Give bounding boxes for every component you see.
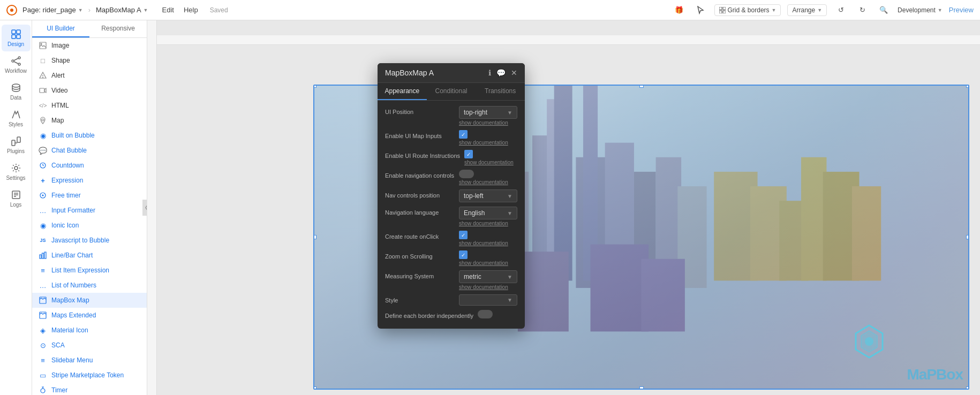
nav-lang-dropdown[interactable]: English ▼ xyxy=(459,207,517,219)
svg-point-11 xyxy=(18,57,20,59)
material-icon-icon: ◈ xyxy=(39,326,47,335)
enable-route-show-doc[interactable]: show documentation xyxy=(464,159,517,165)
style-caret-icon: ▼ xyxy=(507,297,512,303)
sidebar-item-design[interactable]: Design xyxy=(2,25,31,51)
list-item[interactable]: ≡ Slidebar Menu xyxy=(32,353,147,368)
undo-button[interactable]: ↺ xyxy=(833,3,848,18)
selection-handle-ml[interactable] xyxy=(313,235,316,239)
list-item[interactable]: Maps Extended xyxy=(32,308,147,323)
canvas-area[interactable]: MaPBox MapBoxMap A ℹ 💬 ✕ Ap xyxy=(147,20,980,395)
ui-position-control: top-right ▼ show documentation xyxy=(459,106,517,126)
list-item[interactable]: 💬 Chat Bubble xyxy=(32,143,147,158)
zoom-scroll-show-doc[interactable]: show documentation xyxy=(459,260,517,266)
list-item[interactable]: Line/Bar Chart xyxy=(32,248,147,263)
pointer-tool-button[interactable] xyxy=(693,3,708,18)
selection-handle-bm[interactable] xyxy=(639,386,644,390)
ui-position-dropdown[interactable]: top-right ▼ xyxy=(459,106,517,119)
enable-ui-map-inputs-show-doc[interactable]: show documentation xyxy=(459,140,517,146)
svg-rect-9 xyxy=(17,35,20,39)
sidebar-item-plugins[interactable]: Plugins xyxy=(2,132,31,158)
sidebar-item-settings[interactable]: Settings xyxy=(2,158,31,185)
redo-button[interactable]: ↻ xyxy=(855,3,870,18)
list-item[interactable]: JS Javascript to Bubble xyxy=(32,233,147,248)
create-route-show-doc[interactable]: show documentation xyxy=(459,240,517,246)
input-formatter-icon: … xyxy=(39,206,47,215)
nav-controls-show-doc[interactable]: show documentation xyxy=(459,179,517,185)
list-item[interactable]: … Input Formatter xyxy=(32,203,147,218)
nav-lang-show-doc[interactable]: show documentation xyxy=(459,221,517,226)
measuring-dropdown[interactable]: metric ▼ xyxy=(459,270,517,283)
svg-rect-35 xyxy=(40,297,46,303)
list-item[interactable]: ▭ Stripe Marketplace Token xyxy=(32,368,147,383)
nav-controls-toggle[interactable] xyxy=(459,170,474,178)
list-item[interactable]: Timer xyxy=(32,383,147,395)
gift-icon-button[interactable]: 🎁 xyxy=(672,3,687,18)
selection-handle-mr[interactable] xyxy=(966,235,969,239)
comment-icon[interactable]: 💬 xyxy=(496,69,506,77)
selection-handle-tl[interactable] xyxy=(313,85,316,88)
selection-handle-bl[interactable] xyxy=(313,386,316,390)
help-menu-item[interactable]: Help xyxy=(184,6,198,14)
tab-conditional[interactable]: Conditional xyxy=(427,83,476,100)
arrange-button[interactable]: Arrange ▼ xyxy=(787,4,827,16)
list-item[interactable]: □ Shape xyxy=(32,53,147,68)
list-item[interactable]: ◈ Material Icon xyxy=(32,323,147,338)
page-selector[interactable]: Page: rider_page ▼ xyxy=(22,6,83,14)
page-label: Page: rider_page xyxy=(22,6,76,14)
style-dropdown[interactable]: ▼ xyxy=(459,294,517,306)
svg-rect-32 xyxy=(40,255,41,259)
element-label: MapBoxMap A xyxy=(96,6,141,14)
nav-pos-dropdown[interactable]: top-left ▼ xyxy=(459,189,517,202)
list-item[interactable]: Image xyxy=(32,38,147,53)
close-icon[interactable]: ✕ xyxy=(511,69,517,77)
ui-position-show-doc[interactable]: show documentation xyxy=(459,120,517,126)
list-item[interactable]: Countdown xyxy=(32,158,147,173)
create-route-checkbox[interactable]: ✓ xyxy=(459,231,468,239)
list-item[interactable]: Video xyxy=(32,83,147,98)
sidebar-item-data[interactable]: Data xyxy=(2,78,31,105)
list-item[interactable]: Map xyxy=(32,113,147,128)
list-item[interactable]: Free timer xyxy=(32,188,147,203)
redo-icon: ↻ xyxy=(860,6,865,14)
grid-borders-button[interactable]: Grid & borders ▼ xyxy=(714,4,781,16)
list-item[interactable]: </> HTML xyxy=(32,98,147,113)
selection-handle-tr[interactable] xyxy=(966,85,969,88)
element-caret-icon: ▼ xyxy=(144,7,148,13)
collapse-panel-handle[interactable] xyxy=(142,200,147,216)
enable-ui-map-inputs-checkbox[interactable]: ✓ xyxy=(459,130,468,139)
tab-appearance[interactable]: Appearance xyxy=(378,83,427,100)
zoom-scroll-checkbox[interactable]: ✓ xyxy=(459,250,468,259)
countdown-label: Countdown xyxy=(51,162,84,169)
list-item[interactable]: ≡ List Item Expression xyxy=(32,263,147,278)
measuring-show-doc[interactable]: show documentation xyxy=(459,284,517,290)
list-item[interactable]: ◉ Built on Bubble xyxy=(32,128,147,143)
element-selector[interactable]: MapBoxMap A ▼ xyxy=(96,6,148,14)
selection-handle-tm[interactable] xyxy=(639,85,644,88)
enable-route-checkbox[interactable]: ✓ xyxy=(464,150,473,158)
tab-responsive[interactable]: Responsive xyxy=(89,20,147,37)
built-on-bubble-label: Built on Bubble xyxy=(51,132,95,139)
tab-ui-builder[interactable]: UI Builder xyxy=(32,20,89,37)
nav-lang-caret-icon: ▼ xyxy=(507,210,512,216)
selection-handle-br[interactable] xyxy=(966,386,969,390)
preview-button[interactable]: Preview xyxy=(949,6,974,14)
style-control: ▼ xyxy=(459,294,517,306)
list-item-mapbox-map[interactable]: MapBox Map xyxy=(32,293,147,308)
svg-rect-36 xyxy=(40,312,46,318)
svg-rect-61 xyxy=(518,252,569,331)
sidebar-item-styles[interactable]: Styles xyxy=(2,105,31,132)
list-item[interactable]: ⊙ SCA xyxy=(32,338,147,353)
tab-transitions[interactable]: Transitions xyxy=(476,83,525,100)
nav-lang-control: English ▼ show documentation xyxy=(459,207,517,226)
list-item[interactable]: … List of Numbers xyxy=(32,278,147,293)
search-button[interactable]: 🔍 xyxy=(876,3,891,18)
sidebar-item-logs[interactable]: Logs xyxy=(2,185,31,212)
border-toggle[interactable] xyxy=(478,310,493,318)
list-item[interactable]: ◉ Ionic Icon xyxy=(32,218,147,233)
info-icon[interactable]: ℹ xyxy=(488,69,491,77)
list-item[interactable]: Alert xyxy=(32,68,147,83)
edit-menu-item[interactable]: Edit xyxy=(162,6,174,14)
sidebar-item-workflow[interactable]: Workflow xyxy=(2,51,31,78)
list-item[interactable]: + Expression xyxy=(32,173,147,188)
development-button[interactable]: Development ▼ xyxy=(898,6,943,14)
